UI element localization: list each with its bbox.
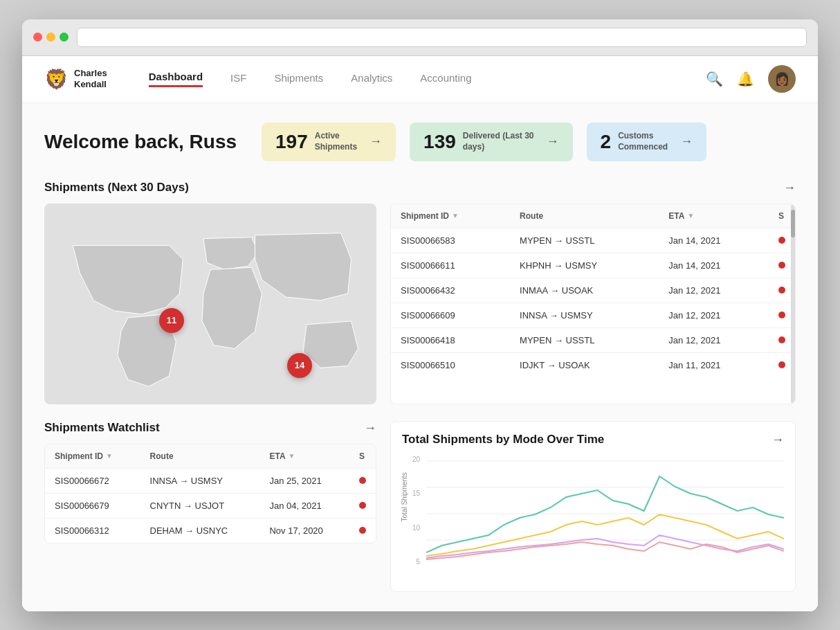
route: INNSA → USMSY [510,303,659,327]
y-tick-15: 15 [412,489,420,497]
top-section: 11 14 Shipment ID▼ Route [44,204,796,404]
address-bar[interactable] [77,28,807,47]
customs-label: CustomsCommenced [618,131,668,152]
watchlist-container: Shipments Watchlist → Shipment ID▼ [44,421,376,592]
search-icon[interactable]: 🔍 [706,71,723,87]
w-shipment-id: SIS00066672 [45,468,140,493]
chart-title: Total Shipments by Mode Over Time [402,433,604,447]
w-status-cell [349,493,376,518]
w-route: CNYTN → USJOT [140,493,260,518]
chart-container: Total Shipments by Mode Over Time → 20 1… [390,421,796,592]
watchlist-row[interactable]: SIS00066679 CNYTN → USJOT Jan 04, 2021 [45,493,376,518]
nav-link-shipments[interactable]: Shipments [274,72,323,87]
active-count: 197 [275,131,308,153]
table-row[interactable]: SIS00066583 MYPEN → USSTL Jan 14, 2021 [391,228,795,253]
eta: Jan 12, 2021 [659,303,769,327]
w-shipment-id: SIS00066312 [45,518,140,543]
stat-card-customs[interactable]: 2 CustomsCommenced → [587,123,707,161]
w-status-cell [349,468,376,493]
delivered-label: Delivered (Last 30days) [463,131,534,152]
w-shipment-id: SIS00066679 [45,493,140,518]
w-route: DEHAM → USNYC [140,518,260,543]
bell-icon[interactable]: 🔔 [737,71,754,87]
chart-header: Total Shipments by Mode Over Time → [402,433,784,447]
wcol-eta[interactable]: ETA▼ [259,444,349,469]
nav-link-analytics[interactable]: Analytics [351,72,392,87]
map-pin-11[interactable]: 11 [159,308,184,333]
eta: Jan 14, 2021 [659,228,769,253]
w-eta: Jan 25, 2021 [259,468,349,493]
watchlist-table: Shipment ID▼ Route ETA▼ S [45,444,376,543]
w-eta: Nov 17, 2020 [259,518,349,543]
y-tick-10: 10 [412,524,420,532]
browser-window: 🦁 CharlesKendall Dashboard ISF Shipments… [22,19,818,611]
stat-card-delivered[interactable]: 139 Delivered (Last 30days) → [410,123,572,161]
shipments-title: Shipments (Next 30 Days) [44,181,189,195]
col-shipment-id[interactable]: Shipment ID▼ [391,204,510,228]
shipment-id: SIS00066418 [391,327,510,352]
map-container: 11 14 [44,204,376,404]
route: INMAA → USOAK [510,278,659,303]
y-tick-5: 5 [416,558,420,566]
shipment-id: SIS00066609 [391,303,510,327]
watchlist-header: Shipments Watchlist → [44,421,376,435]
table-row[interactable]: SIS00066611 KHPNH → USMSY Jan 14, 2021 [391,253,795,278]
chart-arrow[interactable]: → [771,433,784,447]
shipment-id: SIS00066583 [391,228,510,253]
eta: Jan 12, 2021 [659,327,769,352]
watchlist-row[interactable]: SIS00066312 DEHAM → USNYC Nov 17, 2020 [45,518,376,543]
shipment-id: SIS00066510 [391,352,510,377]
route: IDJKT → USOAK [510,352,659,377]
shipments-table-container: Shipment ID▼ Route ETA▼ S [390,204,796,404]
active-arrow: → [369,134,382,149]
dot-red[interactable] [33,33,42,42]
app-content: 🦁 CharlesKendall Dashboard ISF Shipments… [22,56,818,611]
table-row[interactable]: SIS00066510 IDJKT → USOAK Jan 11, 2021 [391,352,795,377]
route: MYPEN → USSTL [510,327,659,352]
delivered-arrow: → [547,134,559,149]
bottom-section: Shipments Watchlist → Shipment ID▼ [44,421,796,592]
table-row[interactable]: SIS00066432 INMAA → USOAK Jan 12, 2021 [391,278,795,303]
map-pin-14[interactable]: 14 [287,353,312,378]
shipments-table: Shipment ID▼ Route ETA▼ S [391,204,795,377]
eta: Jan 12, 2021 [659,278,769,303]
w-status-cell [349,518,376,543]
w-route: INNSA → USMSY [140,468,260,493]
nav-logo: 🦁 CharlesKendall [44,68,107,91]
table-row[interactable]: SIS00066418 MYPEN → USSTL Jan 12, 2021 [391,327,795,352]
dot-yellow[interactable] [46,33,55,42]
dot-green[interactable] [60,33,69,42]
user-avatar[interactable]: 👩🏾 [768,65,796,93]
col-eta[interactable]: ETA▼ [659,204,769,228]
wcol-shipment-id[interactable]: Shipment ID▼ [45,444,140,469]
shipments-arrow[interactable]: → [783,181,796,195]
nav: 🦁 CharlesKendall Dashboard ISF Shipments… [22,56,818,103]
watchlist-arrow[interactable]: → [364,421,376,435]
active-label: ActiveShipments [315,131,357,152]
watchlist-table-wrap: Shipment ID▼ Route ETA▼ S [44,444,376,543]
nav-link-accounting[interactable]: Accounting [420,72,471,87]
eta: Jan 14, 2021 [659,253,769,278]
nav-links: Dashboard ISF Shipments Analytics Accoun… [149,71,706,87]
y-tick-20: 20 [412,456,420,463]
logo-text: CharlesKendall [74,68,107,89]
browser-chrome [22,19,818,56]
nav-link-isf[interactable]: ISF [230,72,246,87]
delivered-count: 139 [423,131,456,153]
eta: Jan 11, 2021 [659,352,769,377]
col-route[interactable]: Route [510,204,659,228]
stat-card-active[interactable]: 197 ActiveShipments → [262,123,396,161]
shipments-header: Shipments (Next 30 Days) → [44,181,796,195]
chart-area: 20 15 10 5 Total Shipments [402,456,784,580]
route: KHPNH → USMSY [510,253,659,278]
shipment-id: SIS00066432 [391,278,510,303]
watchlist-row[interactable]: SIS00066672 INNSA → USMSY Jan 25, 2021 [45,468,376,493]
main-content: Welcome back, Russ 197 ActiveShipments →… [22,103,818,611]
wcol-route[interactable]: Route [140,444,260,469]
watchlist-title: Shipments Watchlist [44,421,160,435]
customs-count: 2 [601,131,612,153]
nav-link-dashboard[interactable]: Dashboard [149,71,203,87]
table-row[interactable]: SIS00066609 INNSA → USMSY Jan 12, 2021 [391,303,795,327]
wcol-status: S [349,444,376,469]
chart-svg [426,456,784,566]
